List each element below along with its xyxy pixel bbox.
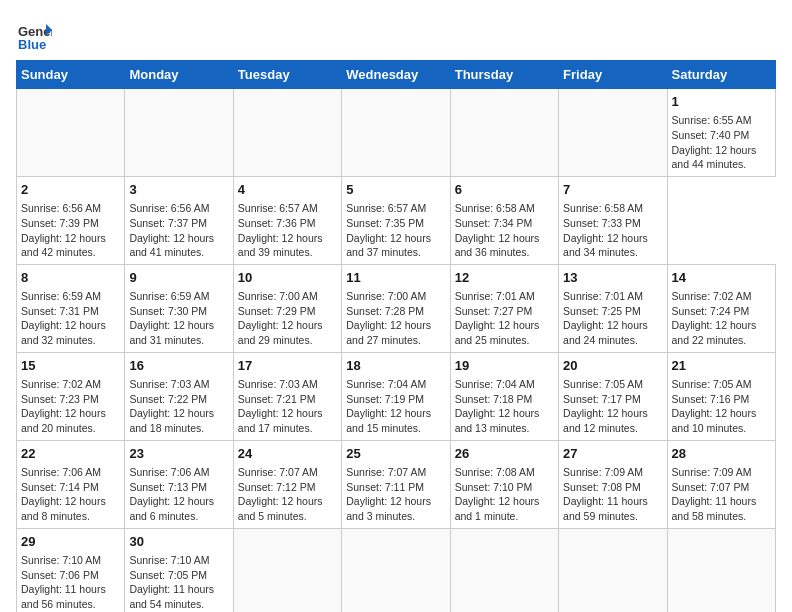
calendar-cell: 4Sunrise: 6:57 AMSunset: 7:36 PMDaylight… [233, 176, 341, 264]
calendar-body: 1Sunrise: 6:55 AMSunset: 7:40 PMDaylight… [17, 89, 776, 613]
day-number: 12 [455, 269, 554, 287]
calendar-table: SundayMondayTuesdayWednesdayThursdayFrid… [16, 60, 776, 612]
day-number: 25 [346, 445, 445, 463]
calendar-cell: 23Sunrise: 7:06 AMSunset: 7:13 PMDayligh… [125, 440, 233, 528]
calendar-cell: 22Sunrise: 7:06 AMSunset: 7:14 PMDayligh… [17, 440, 125, 528]
calendar-cell-empty [342, 528, 450, 612]
calendar-cell-empty [450, 528, 558, 612]
day-number: 13 [563, 269, 662, 287]
calendar-cell: 21Sunrise: 7:05 AMSunset: 7:16 PMDayligh… [667, 352, 775, 440]
calendar-cell: 5Sunrise: 6:57 AMSunset: 7:35 PMDaylight… [342, 176, 450, 264]
calendar-cell-empty [233, 528, 341, 612]
calendar-cell: 1Sunrise: 6:55 AMSunset: 7:40 PMDaylight… [667, 89, 775, 177]
weekday-header: Monday [125, 61, 233, 89]
calendar-cell: 9Sunrise: 6:59 AMSunset: 7:30 PMDaylight… [125, 264, 233, 352]
calendar-cell: 18Sunrise: 7:04 AMSunset: 7:19 PMDayligh… [342, 352, 450, 440]
calendar-cell: 26Sunrise: 7:08 AMSunset: 7:10 PMDayligh… [450, 440, 558, 528]
calendar-cell-empty [559, 89, 667, 177]
day-number: 11 [346, 269, 445, 287]
calendar-cell: 16Sunrise: 7:03 AMSunset: 7:22 PMDayligh… [125, 352, 233, 440]
logo: General Blue [16, 16, 56, 52]
calendar-cell-empty [450, 89, 558, 177]
day-number: 1 [672, 93, 771, 111]
day-number: 28 [672, 445, 771, 463]
day-number: 7 [563, 181, 662, 199]
day-number: 6 [455, 181, 554, 199]
calendar-week-row: 8Sunrise: 6:59 AMSunset: 7:31 PMDaylight… [17, 264, 776, 352]
day-number: 15 [21, 357, 120, 375]
calendar-cell: 25Sunrise: 7:07 AMSunset: 7:11 PMDayligh… [342, 440, 450, 528]
day-number: 8 [21, 269, 120, 287]
day-number: 27 [563, 445, 662, 463]
weekday-header: Tuesday [233, 61, 341, 89]
day-number: 18 [346, 357, 445, 375]
weekday-header: Wednesday [342, 61, 450, 89]
weekday-header: Sunday [17, 61, 125, 89]
weekday-header: Saturday [667, 61, 775, 89]
day-number: 5 [346, 181, 445, 199]
calendar-cell: 29Sunrise: 7:10 AMSunset: 7:06 PMDayligh… [17, 528, 125, 612]
day-number: 23 [129, 445, 228, 463]
day-number: 29 [21, 533, 120, 551]
calendar-week-row: 15Sunrise: 7:02 AMSunset: 7:23 PMDayligh… [17, 352, 776, 440]
day-number: 26 [455, 445, 554, 463]
calendar-cell: 8Sunrise: 6:59 AMSunset: 7:31 PMDaylight… [17, 264, 125, 352]
calendar-cell: 24Sunrise: 7:07 AMSunset: 7:12 PMDayligh… [233, 440, 341, 528]
day-number: 19 [455, 357, 554, 375]
day-number: 4 [238, 181, 337, 199]
day-number: 14 [672, 269, 771, 287]
calendar-cell: 7Sunrise: 6:58 AMSunset: 7:33 PMDaylight… [559, 176, 667, 264]
day-number: 24 [238, 445, 337, 463]
calendar-cell-empty [17, 89, 125, 177]
calendar-cell: 6Sunrise: 6:58 AMSunset: 7:34 PMDaylight… [450, 176, 558, 264]
day-number: 30 [129, 533, 228, 551]
calendar-cell: 27Sunrise: 7:09 AMSunset: 7:08 PMDayligh… [559, 440, 667, 528]
day-number: 2 [21, 181, 120, 199]
page-header: General Blue [16, 16, 776, 52]
calendar-cell: 10Sunrise: 7:00 AMSunset: 7:29 PMDayligh… [233, 264, 341, 352]
calendar-week-row: 29Sunrise: 7:10 AMSunset: 7:06 PMDayligh… [17, 528, 776, 612]
calendar-cell: 2Sunrise: 6:56 AMSunset: 7:39 PMDaylight… [17, 176, 125, 264]
calendar-week-row: 1Sunrise: 6:55 AMSunset: 7:40 PMDaylight… [17, 89, 776, 177]
calendar-cell: 19Sunrise: 7:04 AMSunset: 7:18 PMDayligh… [450, 352, 558, 440]
calendar-cell-empty [667, 528, 775, 612]
day-number: 16 [129, 357, 228, 375]
calendar-cell-empty [559, 528, 667, 612]
day-number: 10 [238, 269, 337, 287]
day-number: 9 [129, 269, 228, 287]
calendar-cell: 20Sunrise: 7:05 AMSunset: 7:17 PMDayligh… [559, 352, 667, 440]
calendar-cell: 13Sunrise: 7:01 AMSunset: 7:25 PMDayligh… [559, 264, 667, 352]
calendar-week-row: 22Sunrise: 7:06 AMSunset: 7:14 PMDayligh… [17, 440, 776, 528]
weekday-header: Friday [559, 61, 667, 89]
calendar-cell: 12Sunrise: 7:01 AMSunset: 7:27 PMDayligh… [450, 264, 558, 352]
day-number: 20 [563, 357, 662, 375]
calendar-cell: 15Sunrise: 7:02 AMSunset: 7:23 PMDayligh… [17, 352, 125, 440]
calendar-cell: 3Sunrise: 6:56 AMSunset: 7:37 PMDaylight… [125, 176, 233, 264]
calendar-cell-empty [233, 89, 341, 177]
day-number: 22 [21, 445, 120, 463]
calendar-cell: 11Sunrise: 7:00 AMSunset: 7:28 PMDayligh… [342, 264, 450, 352]
svg-text:Blue: Blue [18, 37, 46, 52]
day-number: 3 [129, 181, 228, 199]
logo-icon: General Blue [16, 16, 52, 52]
weekday-header-row: SundayMondayTuesdayWednesdayThursdayFrid… [17, 61, 776, 89]
calendar-cell: 17Sunrise: 7:03 AMSunset: 7:21 PMDayligh… [233, 352, 341, 440]
day-number: 21 [672, 357, 771, 375]
calendar-cell-empty [342, 89, 450, 177]
calendar-cell: 28Sunrise: 7:09 AMSunset: 7:07 PMDayligh… [667, 440, 775, 528]
weekday-header: Thursday [450, 61, 558, 89]
calendar-week-row: 2Sunrise: 6:56 AMSunset: 7:39 PMDaylight… [17, 176, 776, 264]
calendar-cell: 30Sunrise: 7:10 AMSunset: 7:05 PMDayligh… [125, 528, 233, 612]
calendar-cell-empty [125, 89, 233, 177]
day-number: 17 [238, 357, 337, 375]
calendar-cell: 14Sunrise: 7:02 AMSunset: 7:24 PMDayligh… [667, 264, 775, 352]
